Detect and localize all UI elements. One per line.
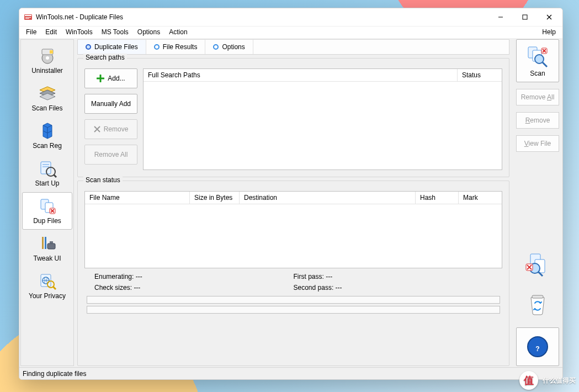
recycle-bin-icon xyxy=(528,293,548,315)
button-label: Remove xyxy=(104,125,129,133)
menu-file[interactable]: File xyxy=(22,27,41,38)
button-label: Remove All xyxy=(94,151,128,158)
svg-line-24 xyxy=(54,174,56,177)
help-button[interactable]: ? xyxy=(516,327,559,366)
button-label: Remove All xyxy=(521,93,555,101)
menu-help[interactable]: Help xyxy=(538,27,560,38)
checksizes-value: --- xyxy=(134,284,140,292)
doc-delete-icon xyxy=(525,252,550,277)
search-paths-group: Search paths Add... Manually Add Remove xyxy=(77,58,509,177)
enumerating-value: --- xyxy=(136,273,142,280)
svg-rect-11 xyxy=(50,50,53,54)
sidebar: Uninstaller Scan Files Scan Reg Start Up… xyxy=(20,39,74,366)
col-hash[interactable]: Hash xyxy=(416,192,459,204)
remove-path-button[interactable]: Remove xyxy=(84,119,137,139)
maximize-button[interactable] xyxy=(513,9,537,25)
button-label: Remove xyxy=(525,116,550,124)
checksizes-row: Check sizes: --- xyxy=(94,284,294,292)
paths-buttons: Add... Manually Add Remove Remove All xyxy=(84,68,137,165)
secondpass-value: --- xyxy=(336,284,342,292)
checksizes-label: Check sizes: xyxy=(94,284,132,292)
scan-status-group: Scan status File Name Size in Bytes Dest… xyxy=(77,181,509,366)
menu-mstools[interactable]: MS Tools xyxy=(97,27,133,38)
col-size[interactable]: Size in Bytes xyxy=(190,192,240,204)
remove-all-paths-button[interactable]: Remove All xyxy=(84,145,137,165)
group-legend: Search paths xyxy=(83,54,127,61)
svg-rect-3 xyxy=(25,18,29,19)
delete-selected-icon-button[interactable] xyxy=(516,248,559,281)
tab-label: Duplicate Files xyxy=(94,43,138,51)
sidebar-item-scan-reg[interactable]: Scan Reg xyxy=(22,117,72,155)
manually-add-button[interactable]: Manually Add xyxy=(84,94,137,114)
window-title: WinTools.net - Duplicate Files xyxy=(36,13,488,21)
plus-icon xyxy=(97,75,104,82)
client-area: Uninstaller Scan Files Scan Reg Start Up… xyxy=(19,38,562,379)
app-window: WinTools.net - Duplicate Files File Edit… xyxy=(19,8,563,380)
watermark-text: 什么值得买 xyxy=(543,376,576,385)
secondpass-row: Second pass: --- xyxy=(294,284,493,292)
sidebar-item-uninstaller[interactable]: Uninstaller xyxy=(22,42,72,80)
menu-edit[interactable]: Edit xyxy=(41,27,61,38)
menubar: File Edit WinTools MS Tools Options Acti… xyxy=(19,26,562,38)
col-destination[interactable]: Destination xyxy=(240,192,416,204)
button-label: Add... xyxy=(108,75,125,82)
svg-rect-52 xyxy=(532,295,543,298)
sidebar-item-tweak-ui[interactable]: Tweak UI xyxy=(22,230,72,267)
tab-file-results[interactable]: File Results xyxy=(146,40,206,54)
list-header: Full Search Paths Status xyxy=(144,69,502,82)
tab-options[interactable]: Options xyxy=(205,40,253,54)
progress-bar-1 xyxy=(87,296,500,304)
workspace: Uninstaller Scan Files Scan Reg Start Up… xyxy=(19,38,562,367)
group-legend: Scan status xyxy=(83,176,123,184)
scan-counters: Enumerating: --- First pass: --- Check s… xyxy=(84,268,502,295)
sidebar-item-scan-files[interactable]: Scan Files xyxy=(22,80,72,117)
recycle-bin-icon-button[interactable] xyxy=(516,288,559,321)
scan-button[interactable]: Scan xyxy=(516,39,559,82)
menu-wintools[interactable]: WinTools xyxy=(61,27,97,38)
tab-duplicate-files[interactable]: Duplicate Files xyxy=(78,40,146,54)
svg-rect-1 xyxy=(25,15,31,16)
svg-rect-33 xyxy=(45,237,46,249)
watermark: 值 什么值得买 xyxy=(519,371,576,390)
watermark-badge-icon: 值 xyxy=(519,371,538,390)
registry-cubes-icon xyxy=(38,121,57,141)
sidebar-item-label: Dup Files xyxy=(33,217,61,225)
close-button[interactable] xyxy=(537,9,561,25)
sidebar-item-startup[interactable]: Start Up xyxy=(22,155,72,192)
tab-label: Options xyxy=(222,43,245,51)
main-column: Duplicate Files File Results Options Sea… xyxy=(74,38,513,367)
svg-rect-30 xyxy=(47,243,55,249)
add-path-button[interactable]: Add... xyxy=(84,68,137,88)
search-paths-list[interactable]: Full Search Paths Status xyxy=(143,68,502,170)
col-mark[interactable]: Mark xyxy=(459,192,502,204)
button-label: Manually Add xyxy=(91,100,131,108)
firstpass-row: First pass: --- xyxy=(294,273,493,280)
startup-icon xyxy=(38,158,57,178)
svg-text:?: ? xyxy=(535,345,539,353)
tab-label: File Results xyxy=(163,43,198,51)
scan-status-list[interactable]: File Name Size in Bytes Destination Hash… xyxy=(84,191,502,268)
sidebar-item-label: Scan Reg xyxy=(33,142,62,150)
sidebar-item-dup-files[interactable]: Dup Files xyxy=(22,192,72,230)
remove-button[interactable]: Remove xyxy=(516,112,559,129)
privacy-icon xyxy=(38,271,57,291)
menu-options[interactable]: Options xyxy=(133,27,164,38)
dup-files-icon xyxy=(38,196,57,216)
firstpass-value: --- xyxy=(326,273,332,280)
remove-all-button[interactable]: Remove All xyxy=(516,89,559,105)
col-status[interactable]: Status xyxy=(458,69,502,81)
view-file-button[interactable]: View File xyxy=(516,135,559,152)
sidebar-item-privacy[interactable]: Your Privacy xyxy=(22,267,72,305)
menu-action[interactable]: Action xyxy=(164,27,192,38)
titlebar: WinTools.net - Duplicate Files xyxy=(19,8,562,26)
col-file-name[interactable]: File Name xyxy=(85,192,190,204)
svg-rect-2 xyxy=(25,17,31,18)
col-full-search-paths[interactable]: Full Search Paths xyxy=(144,69,458,81)
svg-rect-5 xyxy=(523,15,527,19)
minimize-button[interactable] xyxy=(488,9,513,25)
button-label: Scan xyxy=(530,70,545,77)
radio-dot-icon xyxy=(154,44,160,50)
firstpass-label: First pass: xyxy=(294,273,324,280)
enumerating-row: Enumerating: --- xyxy=(94,273,294,280)
enumerating-label: Enumerating: xyxy=(94,273,134,280)
